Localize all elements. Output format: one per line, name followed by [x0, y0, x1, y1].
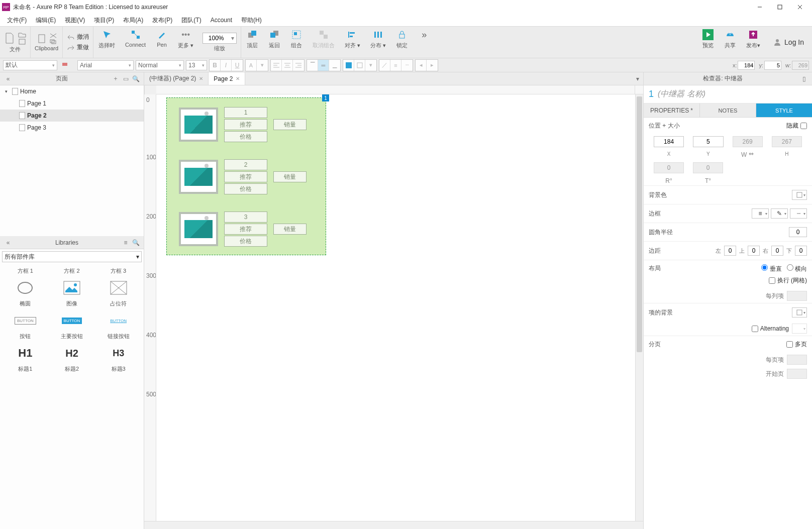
- insp-y-input[interactable]: [693, 136, 723, 147]
- menu-file[interactable]: 文件(F): [3, 15, 31, 26]
- tree-page-1[interactable]: Page 1: [0, 97, 144, 110]
- lock-button[interactable]: 锁定: [391, 27, 413, 58]
- close-icon[interactable]: ✕: [236, 76, 240, 81]
- line-style-button[interactable]: ┈: [401, 60, 413, 71]
- tab-style[interactable]: STYLE: [756, 103, 812, 117]
- open-icon[interactable]: [18, 32, 26, 38]
- lib-button[interactable]: BUTTON按钮: [3, 311, 48, 340]
- menu-team[interactable]: 团队(T): [177, 15, 205, 26]
- font-weight-combo[interactable]: Normal▾: [136, 60, 184, 70]
- layout-vertical-radio[interactable]: 垂直: [761, 264, 781, 273]
- zoom-input[interactable]: [203, 35, 229, 42]
- lib-rect-1[interactable]: 方框 1: [3, 267, 48, 275]
- maximize-button[interactable]: [770, 0, 790, 14]
- redo-button[interactable]: 重做: [67, 43, 89, 52]
- pos-x-input[interactable]: [738, 61, 755, 70]
- horizontal-scrollbar[interactable]: [144, 521, 643, 529]
- margin-left-input[interactable]: [724, 246, 736, 256]
- arrow-start-button[interactable]: ◂: [416, 60, 427, 71]
- style-combo[interactable]: 默认▾: [3, 60, 57, 70]
- border-color-combo[interactable]: ✎: [771, 208, 788, 219]
- align-center-button[interactable]: [282, 60, 293, 71]
- add-folder-icon[interactable]: ▭: [121, 74, 131, 84]
- font-combo[interactable]: Arial▾: [77, 60, 134, 70]
- line-width-button[interactable]: ≡: [390, 60, 401, 71]
- border-width-combo[interactable]: ≡: [752, 208, 769, 219]
- multipage-checkbox[interactable]: 多页: [786, 340, 807, 349]
- insp-x-input[interactable]: [654, 136, 684, 147]
- tab-notes[interactable]: NOTES: [700, 103, 756, 117]
- menu-project[interactable]: 项目(P): [90, 15, 118, 26]
- more-text-button[interactable]: ▾: [257, 60, 268, 71]
- align-button[interactable]: 对齐 ▾: [340, 27, 365, 58]
- selection-handle[interactable]: 1: [322, 94, 329, 101]
- select-mode-button[interactable]: 选择时: [93, 27, 120, 58]
- align-left-button[interactable]: [271, 60, 282, 71]
- valign-middle-button[interactable]: ═: [318, 60, 329, 71]
- margin-bottom-input[interactable]: [795, 246, 807, 256]
- publish-button[interactable]: 发布▾: [741, 27, 765, 58]
- collapse-icon[interactable]: «: [3, 74, 13, 84]
- lib-h1[interactable]: H1标题1: [3, 344, 48, 373]
- paste-icon[interactable]: [37, 34, 47, 44]
- menu-edit[interactable]: 编辑(E): [32, 15, 60, 26]
- margin-top-input[interactable]: [748, 246, 760, 256]
- lib-ellipse[interactable]: 椭圆: [3, 279, 48, 307]
- italic-button[interactable]: I: [221, 60, 232, 71]
- design-canvas[interactable]: 1 1 推荐 价格 销量 2 推荐: [156, 94, 635, 521]
- minimize-button[interactable]: [750, 0, 770, 14]
- tab-properties[interactable]: PROPERTIES *: [644, 103, 700, 117]
- tabs-overflow-button[interactable]: ▾: [632, 72, 643, 85]
- zoom-combo[interactable]: ▾: [202, 33, 237, 44]
- lib-rect-2[interactable]: 方框 2: [50, 267, 94, 275]
- menu-account[interactable]: Account: [207, 16, 236, 25]
- repeater-selection[interactable]: 1 1 推荐 价格 销量 2 推荐: [166, 97, 326, 255]
- add-page-icon[interactable]: ＋: [111, 74, 121, 84]
- pos-y-input[interactable]: [764, 61, 781, 70]
- layout-horizontal-radio[interactable]: 横向: [787, 264, 807, 273]
- border-style-combo[interactable]: ┈: [790, 208, 807, 219]
- lib-search-icon[interactable]: 🔍: [131, 238, 141, 248]
- close-icon[interactable]: ✕: [199, 76, 203, 81]
- menu-publish[interactable]: 发布(P): [148, 15, 176, 26]
- connect-mode-button[interactable]: Connect: [120, 27, 151, 58]
- aspect-lock-icon[interactable]: ⇔: [749, 151, 754, 156]
- lib-placeholder[interactable]: 占位符: [96, 279, 141, 307]
- bg-color-picker[interactable]: [792, 190, 807, 200]
- search-pages-icon[interactable]: 🔍: [131, 74, 141, 84]
- fill-color-button[interactable]: [343, 60, 354, 71]
- lib-menu-icon[interactable]: ≡: [121, 238, 131, 248]
- radius-input[interactable]: [789, 227, 807, 237]
- lib-rect-3[interactable]: 方框 3: [96, 267, 141, 275]
- send-back-button[interactable]: 返回: [263, 27, 285, 58]
- align-right-button[interactable]: [293, 60, 304, 71]
- underline-button[interactable]: U: [232, 60, 243, 71]
- valign-bottom-button[interactable]: ▁: [329, 60, 340, 71]
- text-color-button[interactable]: A: [246, 60, 257, 71]
- toolbar-overflow-button[interactable]: »: [413, 27, 435, 58]
- menu-help[interactable]: 帮助(H): [237, 15, 266, 26]
- login-button[interactable]: Log In: [765, 27, 812, 58]
- margin-right-input[interactable]: [771, 246, 783, 256]
- font-size-combo[interactable]: 13▾: [186, 60, 207, 70]
- alternating-checkbox[interactable]: Alternating: [752, 325, 789, 332]
- undo-button[interactable]: 撤消: [67, 33, 89, 41]
- border-color-button[interactable]: [354, 60, 365, 71]
- paint-format-icon[interactable]: [59, 60, 70, 71]
- wrap-checkbox[interactable]: 换行 (网格): [769, 276, 807, 285]
- new-file-icon[interactable]: [4, 32, 15, 45]
- lib-link-button[interactable]: BUTTON链接按钮: [96, 311, 141, 340]
- valign-top-button[interactable]: ▔: [307, 60, 318, 71]
- save-icon[interactable]: [18, 39, 26, 45]
- shadow-button[interactable]: ▾: [365, 60, 376, 71]
- lib-image[interactable]: 图像: [50, 279, 94, 307]
- cut-icon[interactable]: [50, 33, 57, 38]
- arrow-end-button[interactable]: ▸: [427, 60, 438, 71]
- line-color-button[interactable]: ／: [379, 60, 390, 71]
- widget-name-placeholder[interactable]: (中继器 名称): [658, 89, 705, 99]
- item-bg-picker[interactable]: [792, 307, 807, 318]
- share-button[interactable]: 共享: [719, 27, 741, 58]
- ungroup-button[interactable]: 取消组合: [308, 27, 340, 58]
- more-tools-button[interactable]: ••• 更多 ▾: [173, 27, 198, 58]
- close-button[interactable]: [790, 0, 810, 14]
